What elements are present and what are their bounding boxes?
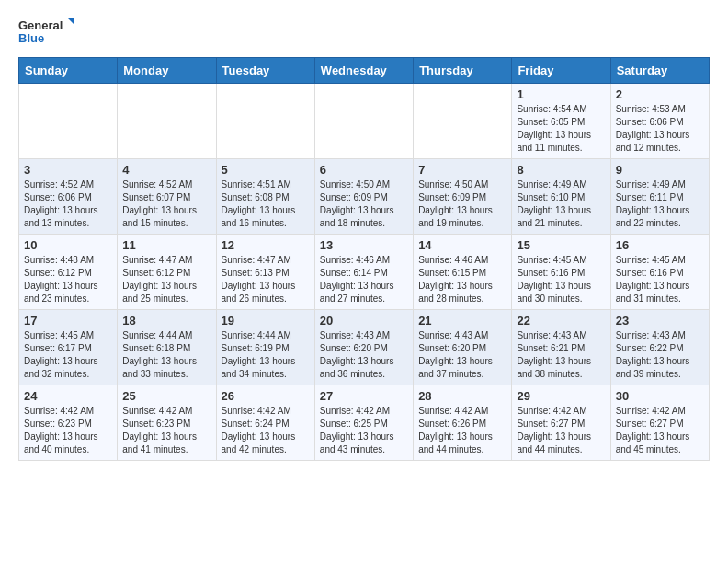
day-info: Sunrise: 4:49 AM Sunset: 6:10 PM Dayligh…: [517, 178, 605, 230]
calendar-day-cell: 10Sunrise: 4:48 AM Sunset: 6:12 PM Dayli…: [19, 235, 118, 310]
day-info: Sunrise: 4:42 AM Sunset: 6:27 PM Dayligh…: [616, 405, 704, 456]
calendar-day-cell: 9Sunrise: 4:49 AM Sunset: 6:11 PM Daylig…: [610, 159, 709, 235]
svg-marker-2: [68, 18, 74, 26]
calendar-day-cell: 2Sunrise: 4:53 AM Sunset: 6:06 PM Daylig…: [610, 84, 709, 159]
calendar-day-cell: 19Sunrise: 4:44 AM Sunset: 6:19 PM Dayli…: [216, 310, 314, 385]
calendar-day-cell: 21Sunrise: 4:43 AM Sunset: 6:20 PM Dayli…: [414, 310, 512, 385]
calendar-day-cell: 17Sunrise: 4:45 AM Sunset: 6:17 PM Dayli…: [19, 310, 118, 385]
day-info: Sunrise: 4:42 AM Sunset: 6:27 PM Dayligh…: [517, 405, 605, 456]
day-info: Sunrise: 4:51 AM Sunset: 6:08 PM Dayligh…: [222, 178, 310, 230]
day-info: Sunrise: 4:45 AM Sunset: 6:16 PM Dayligh…: [616, 254, 704, 305]
day-number: 2: [616, 87, 704, 101]
day-info: Sunrise: 4:45 AM Sunset: 6:17 PM Dayligh…: [24, 329, 112, 381]
day-info: Sunrise: 4:43 AM Sunset: 6:20 PM Dayligh…: [320, 329, 408, 381]
calendar-day-cell: 28Sunrise: 4:42 AM Sunset: 6:26 PM Dayli…: [414, 385, 512, 461]
calendar-day-cell: 22Sunrise: 4:43 AM Sunset: 6:21 PM Dayli…: [512, 310, 610, 385]
day-number: 18: [122, 314, 210, 327]
day-info: Sunrise: 4:42 AM Sunset: 6:23 PM Dayligh…: [24, 405, 112, 456]
day-number: 11: [122, 238, 210, 252]
day-info: Sunrise: 4:42 AM Sunset: 6:24 PM Dayligh…: [222, 405, 310, 456]
day-info: Sunrise: 4:50 AM Sunset: 6:09 PM Dayligh…: [418, 178, 506, 230]
empty-day-cell: [19, 84, 118, 159]
empty-day-cell: [414, 84, 512, 159]
calendar-week-row: 1Sunrise: 4:54 AM Sunset: 6:05 PM Daylig…: [19, 84, 710, 159]
logo-svg: General Blue: [18, 15, 74, 48]
day-info: Sunrise: 4:45 AM Sunset: 6:16 PM Dayligh…: [517, 254, 605, 305]
day-number: 19: [222, 314, 310, 327]
col-header-friday: Friday: [512, 58, 610, 84]
logo: General Blue: [18, 15, 74, 48]
calendar-day-cell: 3Sunrise: 4:52 AM Sunset: 6:06 PM Daylig…: [19, 159, 118, 235]
day-number: 15: [517, 238, 605, 252]
day-info: Sunrise: 4:50 AM Sunset: 6:09 PM Dayligh…: [320, 178, 408, 230]
day-number: 4: [122, 163, 210, 177]
day-info: Sunrise: 4:52 AM Sunset: 6:07 PM Dayligh…: [122, 178, 210, 230]
day-number: 13: [320, 238, 408, 252]
col-header-thursday: Thursday: [414, 58, 512, 84]
calendar-day-cell: 13Sunrise: 4:46 AM Sunset: 6:14 PM Dayli…: [314, 235, 413, 310]
day-number: 26: [222, 389, 310, 403]
calendar-week-row: 10Sunrise: 4:48 AM Sunset: 6:12 PM Dayli…: [19, 235, 710, 310]
day-number: 24: [24, 389, 112, 403]
day-info: Sunrise: 4:49 AM Sunset: 6:11 PM Dayligh…: [616, 178, 704, 230]
day-info: Sunrise: 4:43 AM Sunset: 6:22 PM Dayligh…: [616, 329, 704, 381]
calendar-day-cell: 26Sunrise: 4:42 AM Sunset: 6:24 PM Dayli…: [216, 385, 314, 461]
empty-day-cell: [314, 84, 413, 159]
calendar-day-cell: 16Sunrise: 4:45 AM Sunset: 6:16 PM Dayli…: [610, 235, 709, 310]
col-header-wednesday: Wednesday: [314, 58, 413, 84]
day-info: Sunrise: 4:44 AM Sunset: 6:19 PM Dayligh…: [222, 329, 310, 381]
calendar-day-cell: 15Sunrise: 4:45 AM Sunset: 6:16 PM Dayli…: [512, 235, 610, 310]
day-number: 30: [616, 389, 704, 403]
day-number: 10: [24, 238, 112, 252]
calendar-day-cell: 8Sunrise: 4:49 AM Sunset: 6:10 PM Daylig…: [512, 159, 610, 235]
calendar-week-row: 24Sunrise: 4:42 AM Sunset: 6:23 PM Dayli…: [19, 385, 710, 461]
day-info: Sunrise: 4:46 AM Sunset: 6:14 PM Dayligh…: [320, 254, 408, 305]
empty-day-cell: [118, 84, 216, 159]
calendar-day-cell: 23Sunrise: 4:43 AM Sunset: 6:22 PM Dayli…: [610, 310, 709, 385]
calendar-day-cell: 27Sunrise: 4:42 AM Sunset: 6:25 PM Dayli…: [314, 385, 413, 461]
day-number: 1: [517, 87, 605, 101]
col-header-tuesday: Tuesday: [216, 58, 314, 84]
calendar-day-cell: 29Sunrise: 4:42 AM Sunset: 6:27 PM Dayli…: [512, 385, 610, 461]
col-header-monday: Monday: [118, 58, 216, 84]
day-number: 6: [320, 163, 408, 177]
day-info: Sunrise: 4:48 AM Sunset: 6:12 PM Dayligh…: [24, 254, 112, 305]
calendar-day-cell: 30Sunrise: 4:42 AM Sunset: 6:27 PM Dayli…: [610, 385, 709, 461]
day-number: 22: [517, 314, 605, 327]
calendar-day-cell: 20Sunrise: 4:43 AM Sunset: 6:20 PM Dayli…: [314, 310, 413, 385]
svg-text:General: General: [18, 18, 63, 32]
day-info: Sunrise: 4:44 AM Sunset: 6:18 PM Dayligh…: [122, 329, 210, 381]
day-number: 27: [320, 389, 408, 403]
calendar-header-row: SundayMondayTuesdayWednesdayThursdayFrid…: [19, 58, 710, 84]
day-info: Sunrise: 4:46 AM Sunset: 6:15 PM Dayligh…: [418, 254, 506, 305]
day-number: 7: [418, 163, 506, 177]
day-info: Sunrise: 4:42 AM Sunset: 6:25 PM Dayligh…: [320, 405, 408, 456]
empty-day-cell: [216, 84, 314, 159]
day-number: 20: [320, 314, 408, 327]
day-info: Sunrise: 4:47 AM Sunset: 6:13 PM Dayligh…: [222, 254, 310, 305]
day-number: 28: [418, 389, 506, 403]
calendar-day-cell: 11Sunrise: 4:47 AM Sunset: 6:12 PM Dayli…: [118, 235, 216, 310]
calendar-week-row: 3Sunrise: 4:52 AM Sunset: 6:06 PM Daylig…: [19, 159, 710, 235]
svg-text:Blue: Blue: [18, 31, 44, 45]
day-info: Sunrise: 4:42 AM Sunset: 6:26 PM Dayligh…: [418, 405, 506, 456]
day-info: Sunrise: 4:53 AM Sunset: 6:06 PM Dayligh…: [616, 103, 704, 155]
day-number: 8: [517, 163, 605, 177]
day-number: 12: [222, 238, 310, 252]
day-info: Sunrise: 4:43 AM Sunset: 6:20 PM Dayligh…: [418, 329, 506, 381]
calendar-day-cell: 24Sunrise: 4:42 AM Sunset: 6:23 PM Dayli…: [19, 385, 118, 461]
day-number: 21: [418, 314, 506, 327]
calendar-day-cell: 18Sunrise: 4:44 AM Sunset: 6:18 PM Dayli…: [118, 310, 216, 385]
day-info: Sunrise: 4:52 AM Sunset: 6:06 PM Dayligh…: [24, 178, 112, 230]
calendar-day-cell: 6Sunrise: 4:50 AM Sunset: 6:09 PM Daylig…: [314, 159, 413, 235]
day-number: 9: [616, 163, 704, 177]
calendar-day-cell: 7Sunrise: 4:50 AM Sunset: 6:09 PM Daylig…: [414, 159, 512, 235]
day-number: 17: [24, 314, 112, 327]
calendar-day-cell: 25Sunrise: 4:42 AM Sunset: 6:23 PM Dayli…: [118, 385, 216, 461]
day-number: 29: [517, 389, 605, 403]
day-info: Sunrise: 4:42 AM Sunset: 6:23 PM Dayligh…: [122, 405, 210, 456]
day-info: Sunrise: 4:43 AM Sunset: 6:21 PM Dayligh…: [517, 329, 605, 381]
calendar-day-cell: 1Sunrise: 4:54 AM Sunset: 6:05 PM Daylig…: [512, 84, 610, 159]
day-info: Sunrise: 4:54 AM Sunset: 6:05 PM Dayligh…: [517, 103, 605, 155]
day-number: 5: [222, 163, 310, 177]
